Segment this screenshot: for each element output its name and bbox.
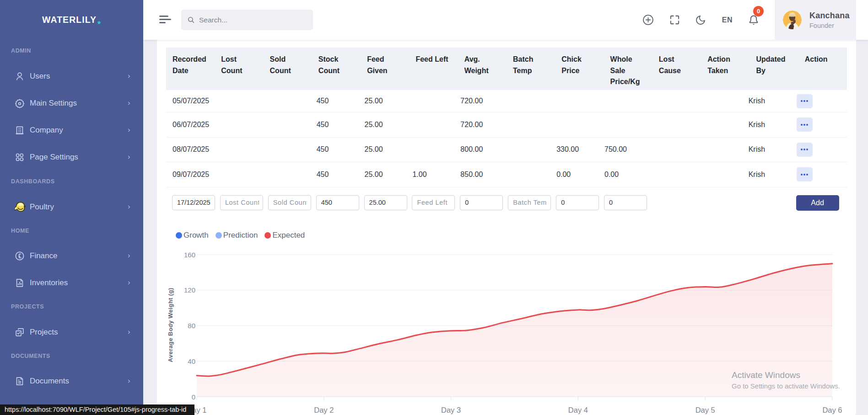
table-cell	[502, 138, 550, 162]
sidebar-item-main-settings[interactable]: Main Settings	[0, 90, 143, 117]
building-icon	[15, 125, 25, 135]
chevron-right-icon	[126, 204, 132, 210]
table-cell: 25.00	[358, 112, 406, 137]
table-row: 05/07/202545025.00720.00Krish	[166, 90, 847, 112]
chevron-right-icon	[126, 378, 132, 384]
column-header: Action Taken	[701, 48, 749, 90]
table-cell: 450	[310, 90, 358, 112]
table-cell: 720.00	[454, 112, 502, 137]
sidebar-item-poultry[interactable]: Poultry	[0, 193, 143, 220]
sidebar-section-projects: PROJECTS	[0, 302, 143, 312]
column-header: Action	[798, 48, 847, 90]
feed-given-input[interactable]	[364, 195, 407, 210]
table-cell	[694, 112, 742, 137]
table-cell: 720.00	[454, 90, 502, 112]
legend-item-expected[interactable]: Expected	[264, 231, 305, 240]
lost-count-input[interactable]	[220, 195, 263, 210]
content-card: 04080120160Day 1Day 2Day 3Day 4Day 5Day …	[157, 40, 856, 415]
legend-item-growth[interactable]: Growth	[176, 231, 209, 240]
table-cell	[550, 112, 598, 137]
file-text-icon	[15, 376, 25, 386]
user-name: Kanchana	[809, 11, 850, 21]
column-header: Lost Cause	[652, 48, 701, 90]
table-cell	[406, 138, 454, 162]
stock-count-input[interactable]	[316, 195, 359, 210]
activate-windows-watermark: Activate Windows Go to Settings to activ…	[732, 370, 840, 390]
chart-legend: GrowthPredictionExpected	[176, 231, 847, 240]
fullscreen-icon	[669, 15, 680, 25]
whole-sale-price-input[interactable]	[604, 195, 647, 210]
sidebar-item-documents[interactable]: Documents	[0, 368, 143, 395]
sidebar-section-admin: ADMIN	[0, 46, 143, 56]
notifications-button[interactable]: 0	[748, 14, 760, 26]
table-cell: 25.00	[358, 138, 406, 162]
row-actions-button[interactable]	[797, 167, 813, 181]
sidebar-item-inventories[interactable]: Inventories	[0, 270, 143, 297]
chevron-right-icon	[126, 127, 132, 133]
avg-weight-input[interactable]	[460, 195, 503, 210]
table-cell	[262, 112, 310, 137]
chick-price-input[interactable]	[556, 195, 599, 210]
language-button[interactable]: EN	[722, 16, 733, 24]
dark-mode-button[interactable]	[695, 15, 706, 26]
legend-item-prediction[interactable]: Prediction	[216, 231, 258, 240]
sold-count-input[interactable]	[268, 195, 311, 210]
sidebar-item-finance[interactable]: Finance	[0, 243, 143, 270]
column-header: Updated By	[749, 48, 798, 90]
column-header: Batch Temp	[507, 48, 555, 90]
sidebar-item-company[interactable]: Company	[0, 117, 143, 144]
sidebar: WATERLILY ADMINUsersMain SettingsCompany…	[0, 0, 143, 415]
batch-temp-input[interactable]	[508, 195, 551, 210]
sidebar-item-projects[interactable]: Projects	[0, 319, 143, 346]
sidebar-item-users[interactable]: Users	[0, 63, 143, 90]
avatar	[783, 11, 802, 29]
table-cell	[646, 138, 694, 162]
recorded-date-input[interactable]	[172, 195, 215, 210]
table-cell: Krish	[742, 138, 790, 162]
table-cell: 0.00	[550, 162, 598, 187]
table-cell: 450	[310, 112, 358, 137]
chevron-right-icon	[126, 154, 132, 160]
column-header: Stock Count	[312, 48, 361, 90]
brand-flower-icon	[97, 18, 101, 27]
svg-text:Day 6: Day 6	[822, 406, 842, 414]
user-icon	[15, 71, 25, 81]
add-quick-button[interactable]	[642, 14, 654, 26]
table-cell	[406, 112, 454, 137]
column-header: Feed Left	[409, 48, 458, 90]
table-cell	[502, 162, 550, 187]
table-cell	[262, 138, 310, 162]
sidebar-section-documents: DOCUMENTS	[0, 351, 143, 361]
search-input[interactable]	[199, 16, 307, 24]
row-actions-button[interactable]	[797, 143, 813, 157]
copy-check-icon	[15, 327, 25, 337]
row-actions-button[interactable]	[797, 94, 813, 108]
chevron-right-icon	[126, 100, 132, 106]
svg-text:40: 40	[188, 357, 195, 365]
table-header: Recorded DateLost CountSold CountStock C…	[166, 48, 847, 90]
feed-left-input[interactable]	[412, 195, 455, 210]
table-cell	[502, 90, 550, 112]
menu-toggle-button[interactable]	[159, 16, 172, 25]
table-cell: 450	[310, 162, 358, 187]
table-row: 06/07/202545025.00720.00Krish	[166, 112, 847, 138]
brand-logo[interactable]: WATERLILY	[0, 0, 143, 40]
svg-text:0: 0	[192, 393, 195, 401]
legend-dot	[216, 232, 222, 239]
fullscreen-button[interactable]	[669, 15, 680, 25]
search-box	[181, 10, 313, 30]
sidebar-item-page-settings[interactable]: Page Settings	[0, 144, 143, 170]
notifications-badge: 0	[753, 6, 764, 16]
table-cell: 25.00	[358, 162, 406, 187]
svg-text:Day 2: Day 2	[314, 406, 334, 414]
user-menu[interactable]: Kanchana Founder	[775, 0, 856, 40]
table-cell	[694, 138, 742, 162]
table-body: 05/07/202545025.00720.00Krish06/07/20254…	[166, 90, 847, 187]
svg-text:Day 4: Day 4	[568, 406, 588, 414]
svg-text:Average Body Weight (g): Average Body Weight (g)	[167, 287, 174, 362]
table-cell: Krish	[742, 162, 790, 187]
add-record-button[interactable]: Add	[796, 195, 839, 211]
table-cell	[646, 162, 694, 187]
row-actions-button[interactable]	[797, 117, 813, 132]
search-icon	[187, 16, 195, 24]
